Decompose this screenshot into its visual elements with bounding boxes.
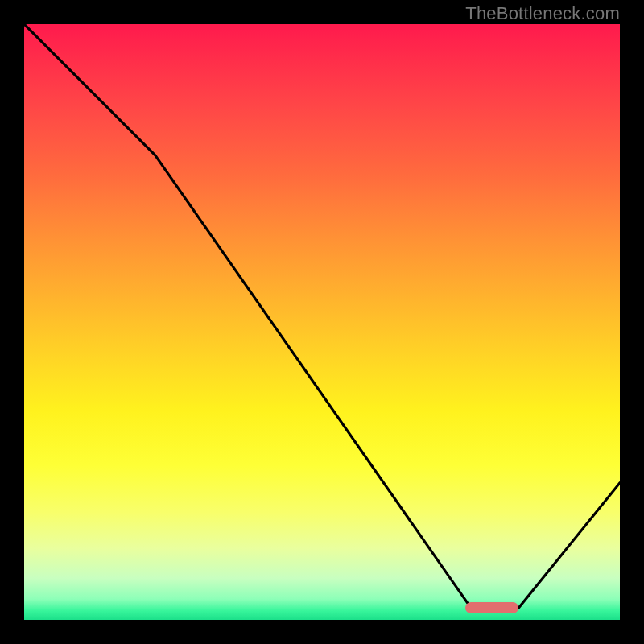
watermark-text: TheBottleneck.com	[465, 3, 620, 24]
curve-svg	[24, 24, 620, 620]
bottleneck-curve-path	[24, 24, 620, 610]
optimum-marker	[465, 602, 519, 613]
plot-area	[24, 24, 620, 620]
chart-frame: TheBottleneck.com	[0, 0, 644, 644]
